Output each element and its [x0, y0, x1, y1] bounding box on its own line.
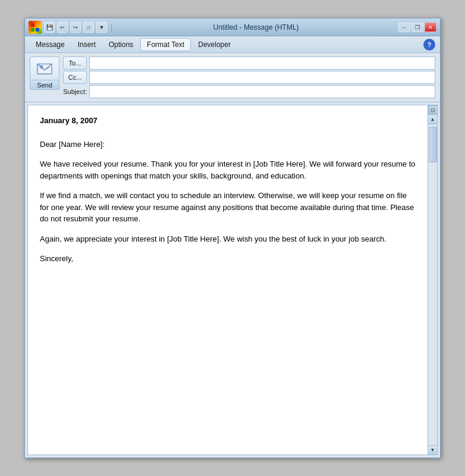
email-date: January 8, 2007: [40, 115, 416, 127]
send-label[interactable]: Send: [30, 80, 59, 90]
window-controls: – ❐ ✕: [398, 23, 436, 32]
svg-rect-2: [31, 28, 34, 32]
fields-container: To... Cc... Subject:: [63, 57, 435, 98]
separator: |: [111, 23, 112, 32]
subject-row: Subject:: [63, 85, 435, 98]
menu-bar: Message Insert Options Format Text Devel…: [25, 36, 440, 53]
menu-insert[interactable]: Insert: [72, 39, 102, 51]
cc-input[interactable]: [89, 71, 435, 84]
scroll-thumb[interactable]: [429, 127, 437, 162]
body-content[interactable]: January 8, 2007 Dear [Name Here]: We hav…: [28, 105, 428, 455]
minimize-button[interactable]: –: [398, 23, 410, 32]
scroll-track: [428, 124, 438, 445]
redo-button[interactable]: ↪: [70, 22, 81, 33]
scroll-top-icon: ⊡: [428, 105, 438, 115]
help-button[interactable]: ?: [423, 39, 435, 51]
office-button[interactable]: [29, 21, 42, 34]
svg-rect-3: [36, 28, 39, 32]
scrollbar: ⊡ ▲ ▼: [428, 105, 437, 455]
to-button[interactable]: To...: [63, 57, 87, 70]
compose-header: Send To... Cc... Subject:: [25, 53, 440, 102]
send-container: Send: [30, 57, 59, 90]
subject-input[interactable]: [89, 85, 435, 98]
customize-button[interactable]: ▼: [96, 22, 107, 33]
body-area: January 8, 2007 Dear [Name Here]: We hav…: [27, 105, 438, 455]
window-title: Untitled - Message (HTML): [116, 23, 396, 32]
svg-rect-0: [31, 23, 34, 27]
send-icon-box[interactable]: [30, 57, 59, 80]
close-button[interactable]: ✕: [425, 23, 436, 32]
title-bar: 💾 ↩ ↪ ☆ ▼ | Untitled - Message (HTML) – …: [25, 18, 440, 36]
scroll-up-button[interactable]: ▲: [428, 115, 438, 124]
menu-developer[interactable]: Developer: [192, 39, 237, 51]
undo-button[interactable]: ↩: [57, 22, 68, 33]
scroll-down-button[interactable]: ▼: [428, 445, 438, 455]
pin-button[interactable]: ☆: [83, 22, 94, 33]
svg-rect-1: [36, 23, 39, 27]
email-paragraph2: If we find a match, we will contact you …: [40, 190, 416, 225]
menu-options[interactable]: Options: [103, 39, 139, 51]
email-closing: Sincerely,: [40, 253, 416, 265]
menu-message[interactable]: Message: [30, 39, 71, 51]
email-paragraph1: We have received your resume. Thank you …: [40, 158, 416, 181]
outlook-window: 💾 ↩ ↪ ☆ ▼ | Untitled - Message (HTML) – …: [24, 18, 441, 458]
email-paragraph3: Again, we appreciate your interest in [J…: [40, 233, 416, 245]
restore-button[interactable]: ❐: [411, 23, 423, 32]
save-button[interactable]: 💾: [44, 22, 55, 33]
cc-button[interactable]: Cc...: [63, 71, 87, 84]
to-row: To...: [63, 57, 435, 70]
to-input[interactable]: [89, 57, 435, 70]
email-greeting: Dear [Name Here]:: [40, 139, 416, 151]
subject-label: Subject:: [63, 88, 87, 95]
cc-row: Cc...: [63, 71, 435, 84]
menu-format-text[interactable]: Format Text: [140, 38, 191, 51]
